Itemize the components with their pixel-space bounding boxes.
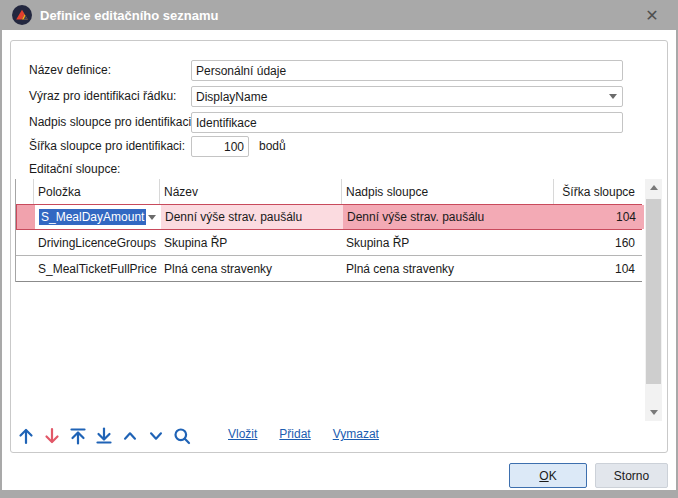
item-cell-combo[interactable]: S_MealDayAmount (35, 205, 161, 229)
scroll-down-icon[interactable] (645, 404, 662, 421)
chevron-up-icon[interactable] (119, 425, 141, 447)
id-column-width-input[interactable] (191, 136, 249, 157)
definition-name-label: Název definice: (29, 60, 111, 81)
table-header-row[interactable]: Položka Název Nadpis sloupce Šířka sloup… (16, 179, 642, 204)
name-cell[interactable]: Denní výše strav. paušálu (161, 205, 343, 229)
move-to-bottom-icon[interactable] (93, 425, 115, 447)
row-selector[interactable] (17, 205, 35, 229)
points-suffix-label: bodů (259, 136, 286, 157)
caption-cell[interactable]: Denní výše strav. paušálu (343, 205, 555, 229)
name-cell[interactable]: Skupina ŘP (160, 230, 342, 255)
column-header-width[interactable]: Šířka sloupce (554, 179, 643, 204)
titlebar[interactable]: Definice editačního seznamu ✕ (0, 0, 678, 30)
caption-cell[interactable]: Skupina ŘP (342, 230, 554, 255)
edit-columns-section-label: Editační sloupce: (29, 159, 120, 180)
close-icon[interactable]: ✕ (640, 4, 664, 26)
ok-button[interactable]: OK (509, 463, 587, 488)
definition-name-input[interactable] (191, 60, 623, 81)
row-id-expression-label: Výraz pro identifikaci řádku: (29, 86, 176, 107)
dialog-body: Název definice: Výraz pro identifikaci ř… (2, 30, 676, 490)
width-cell[interactable]: 160 (554, 230, 643, 255)
header-selector-spacer (16, 179, 34, 204)
scrollbar-thumb[interactable] (646, 199, 661, 384)
chevron-down-icon[interactable] (609, 94, 617, 99)
chevron-down-icon[interactable] (148, 215, 156, 220)
width-cell[interactable]: 104 (554, 256, 643, 281)
add-link[interactable]: Přidat (279, 427, 310, 441)
caption-cell[interactable]: Plná cena stravenky (342, 256, 554, 281)
row-id-expression-combo[interactable] (191, 86, 623, 107)
column-header-item[interactable]: Položka (34, 179, 160, 204)
table-row[interactable]: S_MealTicketFullPrice Plná cena stravenk… (16, 256, 642, 282)
table-row[interactable]: DrivingLicenceGroups Skupina ŘP Skupina … (16, 230, 642, 256)
selected-cell-text: S_MealDayAmount (39, 209, 146, 225)
row-action-links: Vložit Přidat Vymazat (228, 427, 379, 441)
id-column-width-label: Šířka sloupce pro identifikaci: (29, 136, 185, 157)
delete-link[interactable]: Vymazat (333, 427, 379, 441)
edit-list-definition-dialog: Definice editačního seznamu ✕ Název defi… (0, 0, 678, 498)
row-selector[interactable] (16, 230, 34, 255)
table-row[interactable]: S_MealDayAmount Denní výše strav. paušál… (16, 204, 642, 230)
dialog-title: Definice editačního seznamu (40, 8, 218, 23)
app-logo-icon (12, 5, 32, 25)
edit-columns-table: Položka Název Nadpis sloupce Šířka sloup… (15, 179, 642, 282)
search-icon[interactable] (171, 425, 193, 447)
item-cell[interactable]: S_MealTicketFullPrice (34, 256, 160, 281)
table-scrollbar[interactable] (645, 179, 662, 421)
row-actions-toolbar (15, 425, 193, 447)
content-groupbox: Název definice: Výraz pro identifikaci ř… (10, 40, 668, 453)
insert-link[interactable]: Vložit (228, 427, 257, 441)
move-down-icon[interactable] (41, 425, 63, 447)
width-cell[interactable]: 104 (555, 205, 644, 229)
move-to-top-icon[interactable] (67, 425, 89, 447)
cancel-button[interactable]: Storno (595, 463, 668, 488)
id-column-header-label: Nadpis sloupce pro identifikaci: (29, 112, 194, 133)
name-cell[interactable]: Plná cena stravenky (160, 256, 342, 281)
item-cell[interactable]: DrivingLicenceGroups (34, 230, 160, 255)
id-column-header-input[interactable] (191, 112, 623, 133)
move-up-icon[interactable] (15, 425, 37, 447)
row-selector[interactable] (16, 256, 34, 281)
column-header-caption[interactable]: Nadpis sloupce (342, 179, 554, 204)
chevron-down-icon[interactable] (145, 425, 167, 447)
scroll-up-icon[interactable] (645, 179, 662, 196)
column-header-name[interactable]: Název (160, 179, 342, 204)
